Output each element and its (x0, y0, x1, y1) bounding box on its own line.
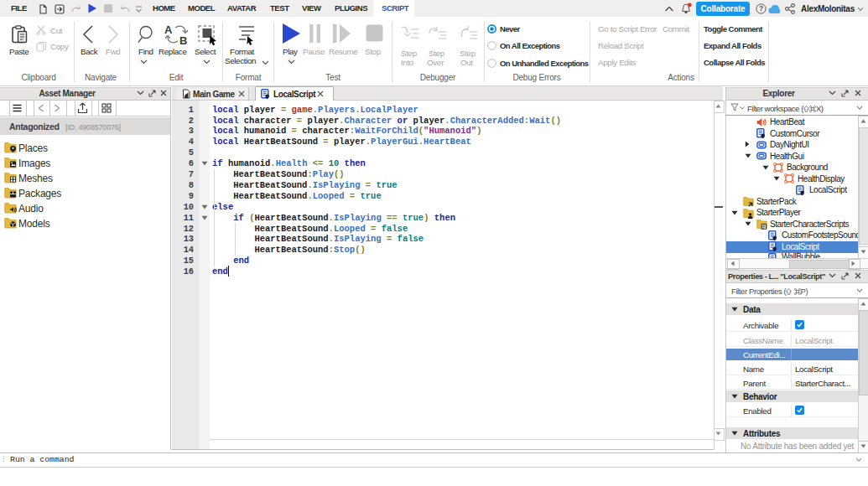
svg-text:?: ? (759, 4, 763, 13)
svg-text:A: A (164, 23, 173, 36)
svg-text:B: B (179, 34, 187, 45)
